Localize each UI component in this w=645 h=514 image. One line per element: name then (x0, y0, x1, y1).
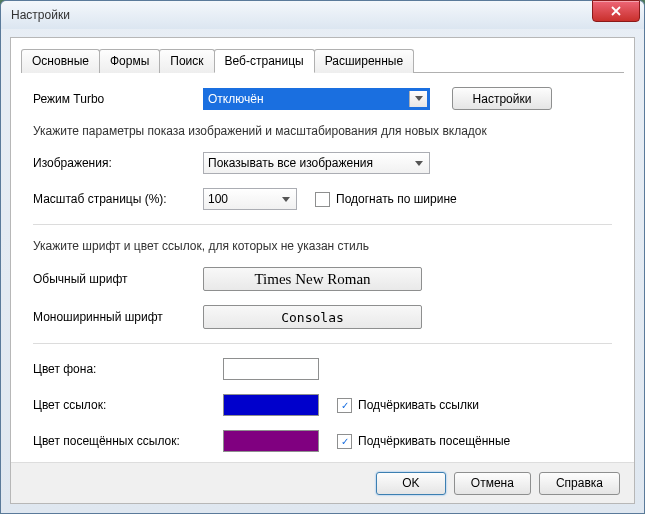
close-icon (611, 6, 621, 16)
scale-label: Масштаб страницы (%): (33, 192, 203, 206)
normal-font-button[interactable]: Times New Roman (203, 267, 422, 291)
underline-links-checkbox[interactable]: ✓ (337, 398, 352, 413)
tab-webpages[interactable]: Веб-страницы (214, 49, 315, 73)
bg-color-swatch[interactable] (223, 358, 319, 380)
images-hint: Укажите параметры показа изображений и м… (33, 124, 612, 138)
separator (33, 224, 612, 225)
cancel-button[interactable]: Отмена (454, 472, 531, 495)
chevron-down-icon (409, 91, 427, 107)
tab-search[interactable]: Поиск (159, 49, 214, 73)
ok-button[interactable]: OK (376, 472, 446, 495)
tab-general[interactable]: Основные (21, 49, 100, 73)
mono-font-label: Моноширинный шрифт (33, 310, 203, 324)
visited-color-swatch[interactable] (223, 430, 319, 452)
dialog-footer: OK Отмена Справка (11, 462, 634, 503)
turbo-value: Отключён (208, 92, 264, 106)
turbo-label: Режим Turbo (33, 92, 203, 106)
turbo-select[interactable]: Отключён (203, 88, 430, 110)
images-label: Изображения: (33, 156, 203, 170)
client-area: Основные Формы Поиск Веб-страницы Расшир… (10, 37, 635, 504)
underline-visited-label: Подчёркивать посещённые (358, 434, 510, 448)
scale-select[interactable]: 100 (203, 188, 297, 210)
chevron-down-icon (410, 155, 427, 171)
underline-links-label: Подчёркивать ссылки (358, 398, 479, 412)
titlebar: Настройки (1, 1, 644, 29)
images-value: Показывать все изображения (208, 156, 373, 170)
link-color-label: Цвет ссылок: (33, 398, 223, 412)
tab-advanced[interactable]: Расширенные (314, 49, 415, 73)
settings-window: Настройки Основные Формы Поиск Веб-стран… (0, 0, 645, 514)
fit-width-checkbox[interactable] (315, 192, 330, 207)
close-button[interactable] (592, 0, 640, 22)
window-title: Настройки (11, 8, 592, 22)
link-color-swatch[interactable] (223, 394, 319, 416)
turbo-settings-button[interactable]: Настройки (452, 87, 552, 110)
fonts-hint: Укажите шрифт и цвет ссылок, для которых… (33, 239, 612, 253)
fit-width-label: Подогнать по ширине (336, 192, 457, 206)
scale-value: 100 (208, 192, 228, 206)
separator (33, 343, 612, 344)
tab-forms[interactable]: Формы (99, 49, 160, 73)
normal-font-label: Обычный шрифт (33, 272, 203, 286)
chevron-down-icon (277, 191, 294, 207)
visited-color-label: Цвет посещённых ссылок: (33, 434, 223, 448)
tab-strip: Основные Формы Поиск Веб-страницы Расшир… (21, 48, 634, 72)
underline-visited-checkbox[interactable]: ✓ (337, 434, 352, 449)
mono-font-button[interactable]: Consolas (203, 305, 422, 329)
bg-color-label: Цвет фона: (33, 362, 223, 376)
images-select[interactable]: Показывать все изображения (203, 152, 430, 174)
help-button[interactable]: Справка (539, 472, 620, 495)
tab-panel: Режим Turbo Отключён Настройки Укажите п… (11, 73, 634, 452)
